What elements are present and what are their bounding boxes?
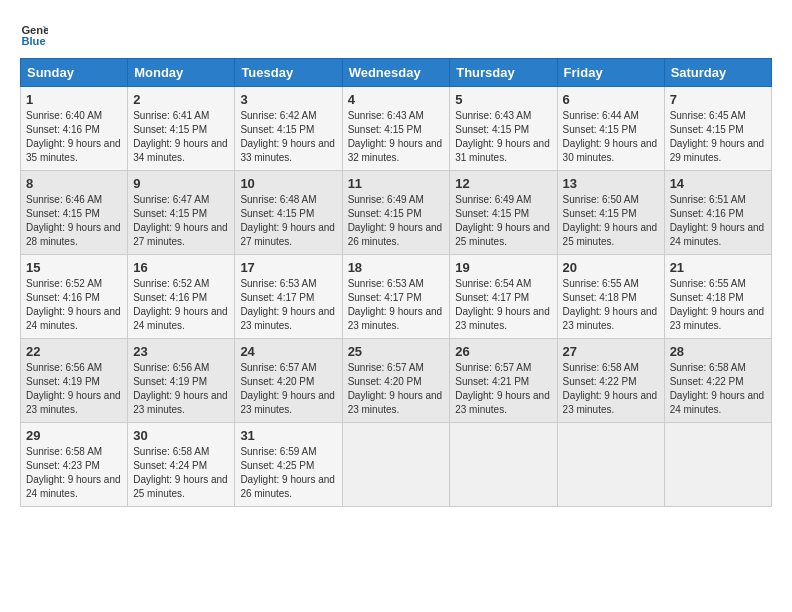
- cell-content: Sunrise: 6:57 AMSunset: 4:20 PMDaylight:…: [240, 361, 336, 417]
- cell-content: Sunrise: 6:55 AMSunset: 4:18 PMDaylight:…: [670, 277, 766, 333]
- cell-content: Sunrise: 6:56 AMSunset: 4:19 PMDaylight:…: [133, 361, 229, 417]
- calendar-cell: 3Sunrise: 6:42 AMSunset: 4:15 PMDaylight…: [235, 87, 342, 171]
- cell-content: Sunrise: 6:52 AMSunset: 4:16 PMDaylight:…: [133, 277, 229, 333]
- cell-content: Sunrise: 6:48 AMSunset: 4:15 PMDaylight:…: [240, 193, 336, 249]
- calendar-cell: 15Sunrise: 6:52 AMSunset: 4:16 PMDayligh…: [21, 255, 128, 339]
- cell-content: Sunrise: 6:58 AMSunset: 4:24 PMDaylight:…: [133, 445, 229, 501]
- cell-content: Sunrise: 6:59 AMSunset: 4:25 PMDaylight:…: [240, 445, 336, 501]
- day-number: 1: [26, 92, 122, 107]
- day-number: 27: [563, 344, 659, 359]
- cell-content: Sunrise: 6:51 AMSunset: 4:16 PMDaylight:…: [670, 193, 766, 249]
- cell-content: Sunrise: 6:49 AMSunset: 4:15 PMDaylight:…: [455, 193, 551, 249]
- day-number: 31: [240, 428, 336, 443]
- calendar-cell: 31Sunrise: 6:59 AMSunset: 4:25 PMDayligh…: [235, 423, 342, 507]
- calendar-cell: 5Sunrise: 6:43 AMSunset: 4:15 PMDaylight…: [450, 87, 557, 171]
- day-number: 25: [348, 344, 445, 359]
- cell-content: Sunrise: 6:58 AMSunset: 4:22 PMDaylight:…: [670, 361, 766, 417]
- day-number: 4: [348, 92, 445, 107]
- day-number: 8: [26, 176, 122, 191]
- calendar-cell: 6Sunrise: 6:44 AMSunset: 4:15 PMDaylight…: [557, 87, 664, 171]
- cell-content: Sunrise: 6:44 AMSunset: 4:15 PMDaylight:…: [563, 109, 659, 165]
- cell-content: Sunrise: 6:53 AMSunset: 4:17 PMDaylight:…: [240, 277, 336, 333]
- calendar-cell: 24Sunrise: 6:57 AMSunset: 4:20 PMDayligh…: [235, 339, 342, 423]
- day-number: 3: [240, 92, 336, 107]
- calendar-cell: 29Sunrise: 6:58 AMSunset: 4:23 PMDayligh…: [21, 423, 128, 507]
- calendar-cell: [342, 423, 450, 507]
- cell-content: Sunrise: 6:57 AMSunset: 4:20 PMDaylight:…: [348, 361, 445, 417]
- weekday-header-sunday: Sunday: [21, 59, 128, 87]
- calendar-week-row: 29Sunrise: 6:58 AMSunset: 4:23 PMDayligh…: [21, 423, 772, 507]
- svg-text:Blue: Blue: [21, 35, 45, 47]
- calendar-cell: 1Sunrise: 6:40 AMSunset: 4:16 PMDaylight…: [21, 87, 128, 171]
- calendar-cell: 25Sunrise: 6:57 AMSunset: 4:20 PMDayligh…: [342, 339, 450, 423]
- calendar-cell: 27Sunrise: 6:58 AMSunset: 4:22 PMDayligh…: [557, 339, 664, 423]
- cell-content: Sunrise: 6:43 AMSunset: 4:15 PMDaylight:…: [348, 109, 445, 165]
- calendar-cell: 13Sunrise: 6:50 AMSunset: 4:15 PMDayligh…: [557, 171, 664, 255]
- day-number: 7: [670, 92, 766, 107]
- weekday-header-monday: Monday: [128, 59, 235, 87]
- cell-content: Sunrise: 6:47 AMSunset: 4:15 PMDaylight:…: [133, 193, 229, 249]
- day-number: 20: [563, 260, 659, 275]
- cell-content: Sunrise: 6:40 AMSunset: 4:16 PMDaylight:…: [26, 109, 122, 165]
- day-number: 13: [563, 176, 659, 191]
- day-number: 29: [26, 428, 122, 443]
- calendar-cell: 26Sunrise: 6:57 AMSunset: 4:21 PMDayligh…: [450, 339, 557, 423]
- calendar-cell: 28Sunrise: 6:58 AMSunset: 4:22 PMDayligh…: [664, 339, 771, 423]
- calendar-cell: 14Sunrise: 6:51 AMSunset: 4:16 PMDayligh…: [664, 171, 771, 255]
- day-number: 16: [133, 260, 229, 275]
- weekday-header-saturday: Saturday: [664, 59, 771, 87]
- cell-content: Sunrise: 6:58 AMSunset: 4:22 PMDaylight:…: [563, 361, 659, 417]
- day-number: 5: [455, 92, 551, 107]
- calendar-week-row: 1Sunrise: 6:40 AMSunset: 4:16 PMDaylight…: [21, 87, 772, 171]
- cell-content: Sunrise: 6:43 AMSunset: 4:15 PMDaylight:…: [455, 109, 551, 165]
- cell-content: Sunrise: 6:45 AMSunset: 4:15 PMDaylight:…: [670, 109, 766, 165]
- calendar-cell: 4Sunrise: 6:43 AMSunset: 4:15 PMDaylight…: [342, 87, 450, 171]
- weekday-header-tuesday: Tuesday: [235, 59, 342, 87]
- day-number: 24: [240, 344, 336, 359]
- calendar-cell: 22Sunrise: 6:56 AMSunset: 4:19 PMDayligh…: [21, 339, 128, 423]
- day-number: 12: [455, 176, 551, 191]
- calendar-cell: 11Sunrise: 6:49 AMSunset: 4:15 PMDayligh…: [342, 171, 450, 255]
- calendar-body: 1Sunrise: 6:40 AMSunset: 4:16 PMDaylight…: [21, 87, 772, 507]
- cell-content: Sunrise: 6:53 AMSunset: 4:17 PMDaylight:…: [348, 277, 445, 333]
- cell-content: Sunrise: 6:56 AMSunset: 4:19 PMDaylight:…: [26, 361, 122, 417]
- cell-content: Sunrise: 6:57 AMSunset: 4:21 PMDaylight:…: [455, 361, 551, 417]
- day-number: 18: [348, 260, 445, 275]
- cell-content: Sunrise: 6:50 AMSunset: 4:15 PMDaylight:…: [563, 193, 659, 249]
- calendar-cell: 2Sunrise: 6:41 AMSunset: 4:15 PMDaylight…: [128, 87, 235, 171]
- day-number: 28: [670, 344, 766, 359]
- day-number: 21: [670, 260, 766, 275]
- day-number: 14: [670, 176, 766, 191]
- calendar-week-row: 15Sunrise: 6:52 AMSunset: 4:16 PMDayligh…: [21, 255, 772, 339]
- cell-content: Sunrise: 6:52 AMSunset: 4:16 PMDaylight:…: [26, 277, 122, 333]
- day-number: 19: [455, 260, 551, 275]
- calendar-cell: 23Sunrise: 6:56 AMSunset: 4:19 PMDayligh…: [128, 339, 235, 423]
- day-number: 6: [563, 92, 659, 107]
- day-number: 17: [240, 260, 336, 275]
- cell-content: Sunrise: 6:41 AMSunset: 4:15 PMDaylight:…: [133, 109, 229, 165]
- calendar-cell: 20Sunrise: 6:55 AMSunset: 4:18 PMDayligh…: [557, 255, 664, 339]
- page-header: General Blue: [20, 20, 772, 48]
- weekday-header-friday: Friday: [557, 59, 664, 87]
- cell-content: Sunrise: 6:58 AMSunset: 4:23 PMDaylight:…: [26, 445, 122, 501]
- calendar-table: SundayMondayTuesdayWednesdayThursdayFrid…: [20, 58, 772, 507]
- day-number: 9: [133, 176, 229, 191]
- calendar-week-row: 8Sunrise: 6:46 AMSunset: 4:15 PMDaylight…: [21, 171, 772, 255]
- calendar-cell: 10Sunrise: 6:48 AMSunset: 4:15 PMDayligh…: [235, 171, 342, 255]
- calendar-cell: 18Sunrise: 6:53 AMSunset: 4:17 PMDayligh…: [342, 255, 450, 339]
- day-number: 15: [26, 260, 122, 275]
- day-number: 2: [133, 92, 229, 107]
- cell-content: Sunrise: 6:49 AMSunset: 4:15 PMDaylight:…: [348, 193, 445, 249]
- day-number: 30: [133, 428, 229, 443]
- day-number: 23: [133, 344, 229, 359]
- calendar-cell: 16Sunrise: 6:52 AMSunset: 4:16 PMDayligh…: [128, 255, 235, 339]
- cell-content: Sunrise: 6:46 AMSunset: 4:15 PMDaylight:…: [26, 193, 122, 249]
- logo-icon: General Blue: [20, 20, 48, 48]
- day-number: 22: [26, 344, 122, 359]
- day-number: 10: [240, 176, 336, 191]
- calendar-cell: 9Sunrise: 6:47 AMSunset: 4:15 PMDaylight…: [128, 171, 235, 255]
- calendar-cell: 12Sunrise: 6:49 AMSunset: 4:15 PMDayligh…: [450, 171, 557, 255]
- calendar-cell: 7Sunrise: 6:45 AMSunset: 4:15 PMDaylight…: [664, 87, 771, 171]
- cell-content: Sunrise: 6:55 AMSunset: 4:18 PMDaylight:…: [563, 277, 659, 333]
- calendar-week-row: 22Sunrise: 6:56 AMSunset: 4:19 PMDayligh…: [21, 339, 772, 423]
